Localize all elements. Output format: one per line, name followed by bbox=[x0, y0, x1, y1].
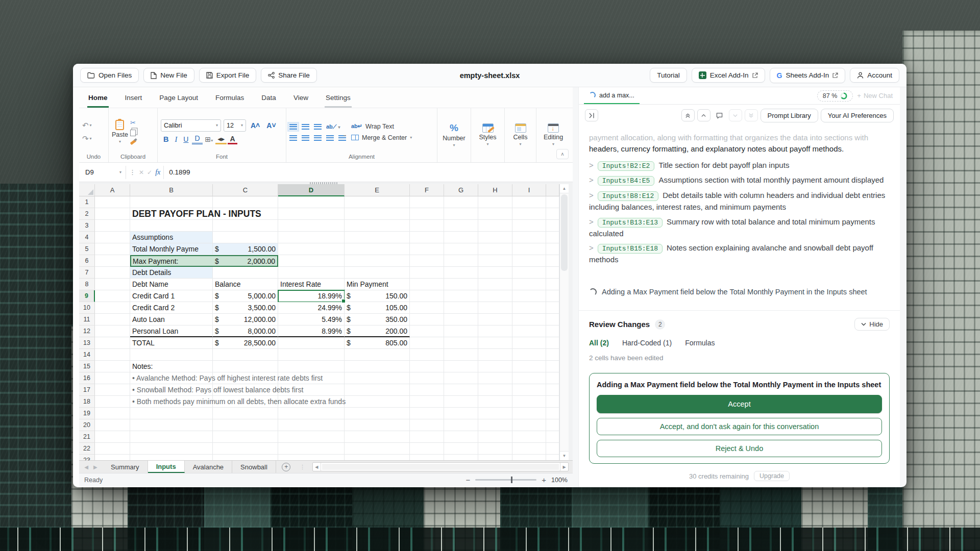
cell-F13[interactable] bbox=[410, 337, 444, 349]
expand-panel-icon[interactable] bbox=[585, 109, 598, 121]
cell-A6[interactable] bbox=[95, 255, 130, 267]
cell-H2[interactable] bbox=[478, 208, 512, 220]
new-chat-button[interactable]: + New Chat bbox=[857, 92, 895, 99]
cell-H17[interactable] bbox=[478, 384, 512, 396]
cell-G2[interactable] bbox=[444, 208, 478, 220]
row-header-8[interactable]: 8 bbox=[79, 279, 95, 290]
cell-D11[interactable]: 5.49% bbox=[278, 314, 345, 325]
cell-partial-4[interactable] bbox=[546, 232, 559, 243]
column-header-E[interactable]: E bbox=[345, 184, 410, 196]
cell-A17[interactable] bbox=[95, 384, 130, 396]
cell-D2[interactable] bbox=[278, 208, 345, 220]
cell-H23[interactable] bbox=[478, 455, 512, 460]
cell-G23[interactable] bbox=[444, 455, 478, 460]
merge-center-button[interactable]: Merge & Center ▾ bbox=[351, 134, 412, 141]
cell-I23[interactable] bbox=[512, 455, 546, 460]
cell-B10[interactable]: Credit Card 2 bbox=[130, 302, 213, 314]
comment-icon[interactable] bbox=[713, 109, 726, 121]
cell-F6[interactable] bbox=[410, 255, 444, 267]
export-file-button[interactable]: Export File bbox=[199, 68, 257, 83]
cell-G7[interactable] bbox=[444, 267, 478, 279]
cell-A13[interactable] bbox=[95, 337, 130, 349]
cell-B23[interactable] bbox=[130, 455, 213, 460]
cell-F15[interactable] bbox=[410, 361, 444, 372]
cell-partial-2[interactable] bbox=[546, 208, 559, 220]
cell-A2[interactable] bbox=[95, 208, 130, 220]
cell-B8[interactable]: Debt Name bbox=[130, 279, 213, 290]
cell-B15[interactable]: Notes: bbox=[130, 361, 213, 372]
cell-C21[interactable] bbox=[213, 431, 278, 443]
cell-A8[interactable] bbox=[95, 279, 130, 290]
font-size-select[interactable]: 12▾ bbox=[224, 119, 246, 132]
ai-preferences-button[interactable]: Your AI Preferences bbox=[821, 109, 894, 122]
cell-F5[interactable] bbox=[410, 243, 444, 255]
cell-G13[interactable] bbox=[444, 337, 478, 349]
share-file-button[interactable]: Share File bbox=[261, 68, 317, 83]
undo-button[interactable]: ↶ ▾ bbox=[82, 121, 92, 130]
cell-D4[interactable] bbox=[278, 232, 345, 243]
cell-I20[interactable] bbox=[512, 419, 546, 431]
range-chip[interactable]: Inputs!B15:E18 bbox=[598, 244, 663, 254]
fill-color-button[interactable]: ◂▸ bbox=[215, 135, 227, 145]
paste-button[interactable]: Paste ▾ bbox=[112, 120, 128, 144]
increase-indent-button[interactable] bbox=[338, 135, 346, 141]
cell-A9[interactable] bbox=[95, 290, 130, 302]
cell-G15[interactable] bbox=[444, 361, 478, 372]
cell-B2[interactable]: DEBT PAYOFF PLAN - INPUTS bbox=[130, 208, 213, 220]
cell-E15[interactable] bbox=[345, 361, 410, 372]
cell-A15[interactable] bbox=[95, 361, 130, 372]
row-header-16[interactable]: 16 bbox=[79, 372, 95, 384]
cell-G10[interactable] bbox=[444, 302, 478, 314]
align-right-button[interactable] bbox=[314, 135, 322, 141]
cell-A22[interactable] bbox=[95, 443, 130, 455]
cell-F14[interactable] bbox=[410, 349, 444, 361]
cell-F12[interactable] bbox=[410, 325, 444, 337]
cell-I9[interactable] bbox=[512, 290, 546, 302]
cell-E8[interactable]: Min Payment bbox=[345, 279, 410, 290]
cell-H8[interactable] bbox=[478, 279, 512, 290]
ribbon-tab-insert[interactable]: Insert bbox=[124, 90, 143, 108]
row-header-21[interactable]: 21 bbox=[79, 431, 95, 443]
cell-F10[interactable] bbox=[410, 302, 444, 314]
cell-G19[interactable] bbox=[444, 408, 478, 419]
cell-F4[interactable] bbox=[410, 232, 444, 243]
cell-G14[interactable] bbox=[444, 349, 478, 361]
cell-partial-7[interactable] bbox=[546, 267, 559, 279]
vertical-scrollbar[interactable]: ▲ ▼ bbox=[559, 184, 569, 460]
cell-E22[interactable] bbox=[345, 443, 410, 455]
row-header-18[interactable]: 18 bbox=[79, 396, 95, 408]
column-header-H[interactable]: H bbox=[478, 184, 512, 196]
cell-I21[interactable] bbox=[512, 431, 546, 443]
accept-dont-ask-button[interactable]: Accept, and don't ask again for this con… bbox=[597, 418, 882, 435]
cell-D7[interactable] bbox=[278, 267, 345, 279]
sheet-tab-avalanche[interactable]: Avalanche bbox=[185, 461, 232, 473]
cell-F7[interactable] bbox=[410, 267, 444, 279]
cell-E6[interactable] bbox=[345, 255, 410, 267]
cell-I4[interactable] bbox=[512, 232, 546, 243]
cell-I14[interactable] bbox=[512, 349, 546, 361]
cell-C19[interactable] bbox=[213, 408, 278, 419]
cell-C5[interactable]: $1,500.00 bbox=[213, 243, 278, 255]
cell-H20[interactable] bbox=[478, 419, 512, 431]
cell-G16[interactable] bbox=[444, 372, 478, 384]
cells-button[interactable]: Cells ▾ bbox=[508, 123, 533, 146]
cell-C4[interactable] bbox=[213, 232, 278, 243]
cell-I18[interactable] bbox=[512, 396, 546, 408]
decrease-font-button[interactable]: A˅ bbox=[264, 121, 278, 130]
cell-I15[interactable] bbox=[512, 361, 546, 372]
redo-button[interactable]: ↷ ▾ bbox=[82, 134, 92, 143]
cell-F21[interactable] bbox=[410, 431, 444, 443]
increase-font-button[interactable]: A˄ bbox=[249, 121, 262, 130]
sheets-addin-button[interactable]: G Sheets Add-In bbox=[770, 68, 846, 83]
cell-A12[interactable] bbox=[95, 325, 130, 337]
chat-tab[interactable]: add a max... bbox=[584, 87, 640, 104]
copy-icon[interactable] bbox=[130, 130, 136, 136]
cell-G5[interactable] bbox=[444, 243, 478, 255]
cell-B22[interactable] bbox=[130, 443, 213, 455]
sheet-nav-right-icon[interactable]: ▶ bbox=[93, 464, 97, 470]
cell-D10[interactable]: 24.99% bbox=[278, 302, 345, 314]
scroll-right-icon[interactable]: ▶ bbox=[560, 463, 568, 471]
cell-B9[interactable]: Credit Card 1 bbox=[130, 290, 213, 302]
cell-H4[interactable] bbox=[478, 232, 512, 243]
cell-H18[interactable] bbox=[478, 396, 512, 408]
